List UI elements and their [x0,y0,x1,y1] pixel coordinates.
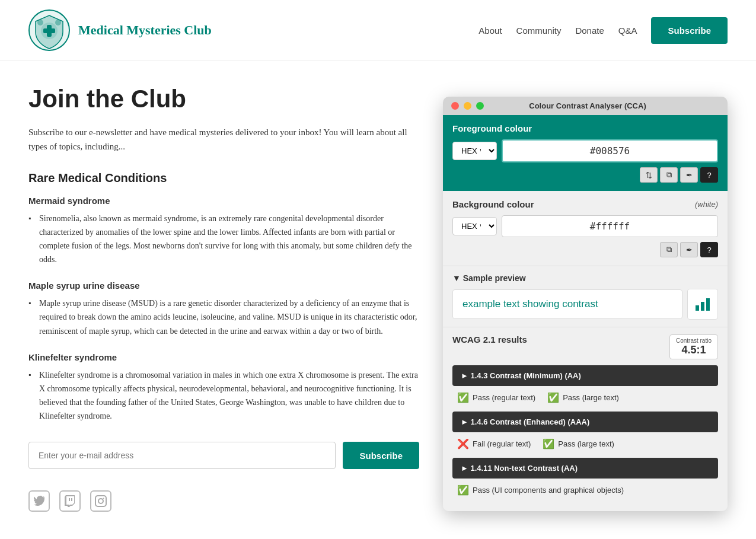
instagram-icon[interactable] [90,490,111,512]
chart-icon [694,296,711,312]
cca-chart-button[interactable] [687,289,718,320]
nav-community[interactable]: Community [516,25,562,36]
twitch-icon[interactable] [59,490,81,512]
nav-donate[interactable]: Donate [575,25,604,36]
cca-bg-tools: ⧉ ✒ ? [452,242,718,257]
condition-title-2: Klinefelter syndrome [28,352,419,362]
cca-rule-0-bar[interactable]: ► 1.4.3 Contrast (Minimum) (AA) [452,365,718,386]
condition-title-1: Maple syrup urine disease [28,280,419,291]
cca-foreground-section: Foreground colour HEX ∨ ⇅ ⧉ ✒ ? [443,115,728,191]
cca-contrast-ratio-label: Contrast ratio [676,337,712,344]
cca-background-section: Background colour (white) HEX ∨ ⧉ ✒ ? [443,191,728,266]
cca-bg-help-icon[interactable]: ? [700,242,718,257]
cca-foreground-format-select[interactable]: HEX ∨ [452,142,497,160]
svg-point-10 [103,498,104,499]
cca-contrast-ratio-value: 4.5:1 [681,344,706,356]
cca-preview-section: ▼ Sample preview example text showing co… [443,266,728,327]
svg-rect-13 [706,298,710,311]
logo-icon [28,9,70,51]
condition-maple: Maple syrup urine disease Maple syrup ur… [28,280,419,337]
condition-desc-2: Klinefelter syndrome is a chromosomal va… [28,368,419,423]
email-input[interactable] [28,442,336,469]
conditions-heading: Rare Medical Conditions [28,171,419,185]
cca-bg-format-select[interactable]: HEX ∨ [452,217,497,235]
svg-rect-12 [701,302,704,311]
cca-wcag-header: WCAG 2.1 results Contrast ratio 4.5:1 [452,334,718,359]
cca-rule-0-result-1: ✅ Pass (large text) [547,392,619,403]
pass-check-icon-2: ✅ [543,438,554,449]
twitter-icon[interactable] [28,490,50,512]
cca-bg-input-row: HEX ∨ [452,215,718,237]
cca-bg-eyedropper-icon[interactable]: ✒ [680,242,698,257]
nav-title: Medical Mysteries Club [78,23,212,38]
cca-foreground-value-input[interactable] [502,139,718,162]
nav-qa[interactable]: Q&A [618,25,637,36]
nav-links: About Community Donate Q&A Subscribe [479,17,728,44]
nav-logo[interactable]: Medical Mysteries Club [28,9,212,51]
cca-foreground-input-row: HEX ∨ [452,139,718,162]
cca-rule-2-result-0-label: Pass (UI components and graphical object… [473,486,624,495]
pass-check-icon-3: ✅ [457,484,469,496]
cca-window-title: Colour Contrast Analyser (CCA) [456,101,719,110]
condition-desc-0: Sirenomelia, also known as mermaid syndr… [28,212,419,266]
cca-preview-toggle[interactable]: ▼ Sample preview [452,273,718,283]
cca-bg-sliders-icon[interactable]: ⧉ [660,242,678,257]
subscribe-row: Subscribe [28,442,419,469]
svg-rect-7 [71,498,72,501]
cca-titlebar: Colour Contrast Analyser (CCA) [443,97,728,115]
cca-background-note: (white) [695,200,718,209]
cca-rule-1-result-1: ✅ Pass (large text) [543,438,614,449]
cca-eyedropper-icon[interactable]: ✒ [680,167,698,183]
page-content: Join the Club Subscribe to our e-newslet… [0,61,756,535]
nav-about[interactable]: About [479,25,502,36]
cca-foreground-tools: ⇅ ⧉ ✒ ? [452,167,718,183]
nav-subscribe-button[interactable]: Subscribe [651,17,728,44]
cca-wcag-section: WCAG 2.1 results Contrast ratio 4.5:1 ► … [443,327,728,511]
svg-rect-8 [95,496,106,506]
cca-rule-1-result-0-label: Fail (regular text) [473,439,531,448]
condition-desc-1: Maple syrup urine disease (MSUD) is a ra… [28,296,419,337]
svg-point-4 [55,20,61,25]
page-heading: Join the Club [28,85,419,113]
fail-x-icon-0: ❌ [457,438,469,449]
cca-sliders-icon[interactable]: ⧉ [660,167,678,183]
cca-wcag-title: WCAG 2.1 results [452,334,527,345]
pass-check-icon-1: ✅ [547,392,559,403]
cca-preview-row: example text showing contrast [452,289,718,320]
cca-help-icon[interactable]: ? [700,167,718,183]
cca-rule-1-bar[interactable]: ► 1.4.6 Contrast (Enhanced) (AAA) [452,412,718,432]
cca-background-label: Background colour [452,199,534,209]
pass-check-icon-0: ✅ [457,392,469,403]
cca-rule-0-result-0: ✅ Pass (regular text) [457,392,535,403]
cca-bg-value-input[interactable] [502,215,718,237]
cca-rule-0-result-1-label: Pass (large text) [563,393,619,402]
cca-foreground-label: Foreground colour [452,123,718,133]
cca-swap-icon[interactable]: ⇅ [640,167,658,183]
cca-rule-1-result-1-label: Pass (large text) [558,439,614,448]
cca-sample-text: example text showing contrast [452,289,682,319]
cca-rule-2-bar[interactable]: ► 1.4.11 Non-text Contrast (AA) [452,458,718,479]
cca-rule-0-result-0-label: Pass (regular text) [473,393,535,402]
svg-point-5 [37,20,43,25]
left-column: Join the Club Subscribe to our e-newslet… [28,85,419,512]
condition-mermaid: Mermaid syndrome Sirenomelia, also known… [28,196,419,266]
navbar: Medical Mysteries Club About Community D… [0,0,756,61]
svg-rect-3 [43,28,55,33]
cca-rule-1-result-0: ❌ Fail (regular text) [457,438,531,449]
subscribe-button[interactable]: Subscribe [343,442,419,469]
cca-rule-2-results: ✅ Pass (UI components and graphical obje… [452,482,718,498]
condition-title-0: Mermaid syndrome [28,196,419,206]
cca-rule-2-result-0: ✅ Pass (UI components and graphical obje… [457,484,624,496]
cca-body: Foreground colour HEX ∨ ⇅ ⧉ ✒ ? [443,115,728,511]
cca-rule-1-results: ❌ Fail (regular text) ✅ Pass (large text… [452,436,718,452]
cca-bg-label-row: Background colour (white) [452,199,718,209]
cca-rule-0-results: ✅ Pass (regular text) ✅ Pass (large text… [452,390,718,406]
cca-contrast-ratio-box: Contrast ratio 4.5:1 [669,334,718,359]
right-column: Colour Contrast Analyser (CCA) Foregroun… [443,85,728,511]
condition-klinefelter: Klinefelter syndrome Klinefelter syndrom… [28,352,419,423]
cca-window: Colour Contrast Analyser (CCA) Foregroun… [443,97,728,511]
social-icons [28,490,419,512]
intro-text: Subscribe to our e-newsletter and have m… [28,125,419,154]
svg-rect-11 [696,305,699,311]
svg-point-9 [98,499,103,503]
